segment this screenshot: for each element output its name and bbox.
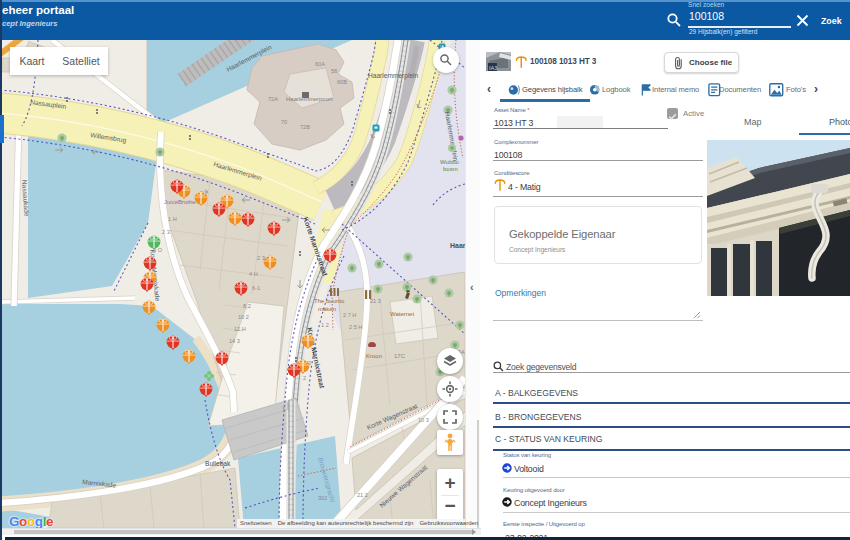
svg-text:IA3: IA3 bbox=[489, 65, 497, 71]
svg-text:302: 302 bbox=[318, 495, 327, 501]
svg-text:60A: 60A bbox=[315, 61, 325, 67]
svg-text:2 3: 2 3 bbox=[162, 229, 170, 235]
svg-text:1 H: 1 H bbox=[168, 216, 177, 222]
svg-text:maken: maken bbox=[318, 306, 336, 312]
svg-text:70: 70 bbox=[281, 119, 287, 125]
svg-text:Haarlemmerpoort: Haarlemmerpoort bbox=[286, 96, 333, 102]
svg-text:6-1: 6-1 bbox=[252, 285, 260, 291]
svg-text:12 H: 12 H bbox=[234, 326, 246, 332]
svg-text:8 2: 8 2 bbox=[243, 303, 251, 309]
svg-text:2 3: 2 3 bbox=[257, 255, 265, 261]
svg-text:Haar: Haar bbox=[450, 242, 465, 249]
svg-text:60B: 60B bbox=[337, 79, 347, 85]
svg-text:2 7 H: 2 7 H bbox=[343, 312, 356, 318]
svg-text:Haarlemmerplein: Haarlemmerplein bbox=[368, 72, 419, 80]
svg-text:10 3: 10 3 bbox=[418, 417, 429, 423]
svg-text:14 3: 14 3 bbox=[229, 338, 240, 344]
svg-text:2: 2 bbox=[303, 375, 306, 381]
svg-text:21 3: 21 3 bbox=[370, 298, 381, 304]
svg-text:58: 58 bbox=[331, 68, 337, 74]
svg-text:JuiceBrothe: JuiceBrothe bbox=[164, 199, 196, 205]
svg-text:Wubbo: Wubbo bbox=[440, 159, 460, 165]
svg-text:The buurito: The buurito bbox=[314, 298, 345, 304]
svg-text:Waternet: Waternet bbox=[390, 311, 414, 317]
svg-text:4 H: 4 H bbox=[249, 271, 258, 277]
svg-text:bosm: bosm bbox=[443, 166, 458, 172]
svg-text:21 2: 21 2 bbox=[357, 492, 368, 498]
svg-text:Kroon: Kroon bbox=[366, 353, 382, 359]
svg-text:Bullebak: Bullebak bbox=[205, 460, 231, 467]
svg-text:72B: 72B bbox=[300, 124, 310, 130]
svg-text:2 5 H: 2 5 H bbox=[349, 324, 362, 330]
svg-text:17C: 17C bbox=[394, 353, 406, 359]
svg-text:1 2: 1 2 bbox=[321, 322, 329, 328]
svg-text:10 2: 10 2 bbox=[238, 314, 249, 320]
svg-text:72A: 72A bbox=[268, 96, 278, 102]
